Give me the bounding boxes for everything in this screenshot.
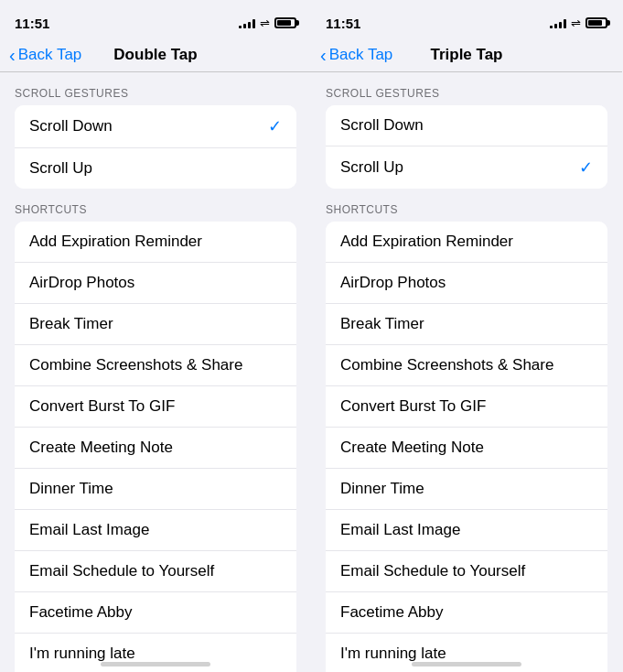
signal-bar-1 [239,26,242,28]
home-indicator-left [101,662,210,667]
wifi-icon-right: ⇌ [571,16,581,30]
list-item[interactable]: Add Expiration Reminder [326,222,607,263]
list-item[interactable]: Convert Burst To GIF [15,386,296,428]
section-header: SHORTCUTS [311,189,622,222]
list-item-label: Break Timer [340,315,424,333]
content-right[interactable]: SCROLL GESTURESScroll DownScroll Up✓SHOR… [311,72,622,672]
chevron-left-icon-left: ‹ [9,46,16,64]
left-screen: 11:51 ⇌ ‹ Back Tap Double Tap SCROLL GES… [0,0,311,672]
status-bar-right: 11:51 ⇌ [311,0,622,40]
list-item[interactable]: Add Expiration Reminder [15,222,296,263]
list-item[interactable]: AirDrop Photos [15,263,296,304]
list-item-label: Add Expiration Reminder [29,233,202,251]
home-indicator-right [412,662,521,667]
signal-bar-r3 [559,22,562,28]
list-item[interactable]: Email Last Image [15,510,296,551]
checkmark-icon: ✓ [268,116,282,136]
list-item[interactable]: Dinner Time [326,469,607,510]
list-item[interactable]: Email Last Image [326,510,607,551]
list-item-label: Email Schedule to Yourself [340,562,525,580]
nav-back-button-left[interactable]: ‹ Back Tap [9,46,81,64]
status-time-left: 11:51 [15,16,49,31]
list-item-label: AirDrop Photos [340,274,446,292]
battery-icon-right [585,17,607,28]
list-item-label: Dinner Time [29,480,113,498]
wifi-icon-left: ⇌ [260,16,270,30]
signal-bars-left [239,17,255,28]
list-item-label: Combine Screenshots & Share [29,356,242,374]
list-item-label: Scroll Down [29,117,113,135]
signal-bar-r1 [550,26,553,28]
section-header: SHORTCUTS [0,189,311,222]
nav-title-left: Double Tap [113,46,197,64]
list-item-label: Dinner Time [340,480,424,498]
list-item-label: Email Schedule to Yourself [29,562,214,580]
list-item-label: AirDrop Photos [29,274,134,292]
list-group: Add Expiration ReminderAirDrop PhotosBre… [15,222,296,672]
list-item-label: Facetime Abby [29,603,132,622]
nav-bar-left: ‹ Back Tap Double Tap [0,40,311,71]
signal-bar-4 [252,19,255,28]
list-item[interactable]: Scroll Up [15,148,296,189]
signal-bar-r2 [554,24,557,28]
list-item-label: Convert Burst To GIF [29,397,175,416]
list-item-label: I'm running late [29,645,135,663]
battery-fill-left [277,20,291,26]
list-item[interactable]: AirDrop Photos [326,263,607,304]
list-item-label: Break Timer [29,315,113,333]
list-item[interactable]: Convert Burst To GIF [326,386,607,428]
list-item-label: Convert Burst To GIF [340,397,486,416]
list-item[interactable]: Scroll Up✓ [326,146,607,189]
list-item[interactable]: Email Schedule to Yourself [326,551,607,592]
list-item-label: Facetime Abby [340,603,443,622]
signal-bar-3 [248,22,251,28]
list-item[interactable]: Break Timer [326,304,607,345]
list-group: Add Expiration ReminderAirDrop PhotosBre… [326,222,607,672]
list-item[interactable]: Create Meeting Note [15,428,296,469]
list-item-label: Add Expiration Reminder [340,233,513,251]
list-item[interactable]: Break Timer [15,304,296,345]
section-header: SCROLL GESTURES [311,72,622,105]
list-item-label: I'm running late [340,645,446,663]
list-item-label: Email Last Image [340,521,460,539]
list-item-label: Scroll Up [29,159,92,178]
signal-bars-right [550,17,566,28]
right-screen: 11:51 ⇌ ‹ Back Tap Triple Tap SCROLL GES… [311,0,622,672]
nav-back-label-left: Back Tap [18,46,82,64]
list-item[interactable]: Combine Screenshots & Share [15,345,296,386]
list-item[interactable]: Email Schedule to Yourself [15,551,296,592]
list-item-label: Scroll Down [340,116,424,135]
list-item-label: Scroll Up [340,158,403,177]
nav-title-right: Triple Tap [430,46,502,64]
signal-bar-2 [243,24,246,28]
content-left[interactable]: SCROLL GESTURESScroll Down✓Scroll UpSHOR… [0,72,311,672]
signal-bar-r4 [564,19,566,28]
status-time-right: 11:51 [326,16,360,31]
list-group: Scroll Down✓Scroll Up [15,105,296,189]
list-item-label: Email Last Image [29,521,149,539]
list-item-label: Combine Screenshots & Share [340,356,553,374]
list-item[interactable]: Create Meeting Note [326,428,607,469]
nav-bar-right: ‹ Back Tap Triple Tap [311,40,622,71]
list-item-label: Create Meeting Note [340,439,484,457]
nav-back-label-right: Back Tap [329,46,393,64]
nav-back-button-right[interactable]: ‹ Back Tap [320,46,392,64]
list-item-label: Create Meeting Note [29,439,173,457]
status-bar-left: 11:51 ⇌ [0,0,311,40]
battery-icon-left [274,17,296,28]
checkmark-icon: ✓ [579,157,593,178]
status-icons-left: ⇌ [239,16,296,30]
list-item[interactable]: Combine Screenshots & Share [326,345,607,386]
list-item[interactable]: Scroll Down✓ [15,105,296,148]
section-header: SCROLL GESTURES [0,72,311,105]
list-group: Scroll DownScroll Up✓ [326,105,607,189]
list-item[interactable]: Facetime Abby [326,592,607,634]
battery-fill-right [588,20,602,26]
chevron-left-icon-right: ‹ [320,46,327,64]
list-item[interactable]: Dinner Time [15,469,296,510]
status-icons-right: ⇌ [550,16,607,30]
list-item[interactable]: Facetime Abby [15,592,296,634]
list-item[interactable]: Scroll Down [326,105,607,146]
